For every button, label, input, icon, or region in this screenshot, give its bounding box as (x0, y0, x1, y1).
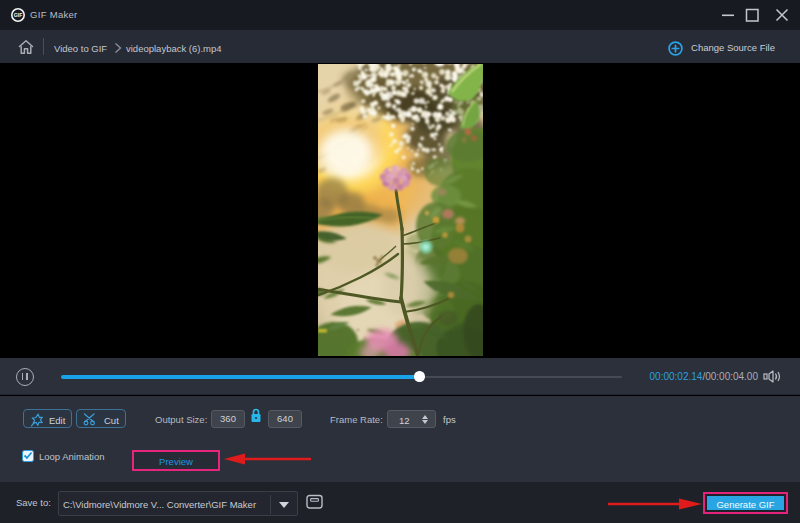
svg-text:GIF: GIF (14, 12, 23, 18)
